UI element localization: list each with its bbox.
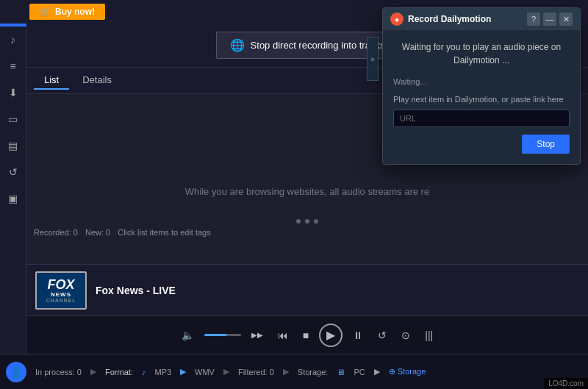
stop-icon: ■ [303, 329, 309, 341]
play-button[interactable]: ▶ [319, 324, 343, 347]
lo4d-watermark: LO4D.com [544, 378, 588, 389]
pc-icon: 🖥 [337, 368, 345, 376]
dialog-body: Waiting for you to play an audio piece o… [383, 30, 580, 164]
monitor-icon: ▭ [8, 113, 18, 125]
sep-2: ▶ [223, 367, 229, 376]
buy-now-button[interactable]: 🛒 Buy now! [29, 4, 105, 20]
pause-button[interactable]: ⏸ [348, 326, 368, 344]
new-label: New: 0 [85, 228, 110, 237]
sidebar-icon-download[interactable]: ⬇ [0, 79, 26, 106]
globe-icon: 🌐 [230, 38, 245, 52]
dialog-status: Waiting... [393, 77, 570, 86]
film-icon: ▤ [8, 140, 18, 151]
chevron-right-icon: » [370, 55, 375, 63]
dialog-record-icon: ● [390, 13, 404, 26]
fox-logo-channel-text: CHANNEL [46, 298, 76, 303]
dialog-title: Record Dailymotion [408, 14, 523, 24]
tab-list[interactable]: List [34, 71, 69, 90]
user-icon[interactable]: 👤 [6, 362, 26, 382]
filtered-label: Filtered: 0 [238, 368, 274, 376]
pause-icon: ⏸ [353, 329, 363, 341]
dialog-close-button[interactable]: ✕ [559, 13, 573, 26]
tab-details-label: Details [82, 74, 112, 85]
loop-button[interactable]: ⊙ [397, 326, 415, 344]
stop-record-label: Stop direct recording into tracks [251, 40, 385, 51]
list-status: Recorded: 0 New: 0 Click list items to e… [34, 228, 211, 237]
repeat-button[interactable]: ↺ [373, 326, 391, 344]
play-icon: ▶ [326, 328, 335, 342]
mp3-icon: ♪ [142, 368, 146, 376]
prev-button[interactable]: ⏮ [273, 326, 293, 344]
status-bar: 👤 In process: 0 ▶ Format: ♪ MP3 ▶ WMV ▶ … [0, 354, 588, 389]
prev-icon: ⏮ [278, 329, 288, 341]
sep-3: ▶ [283, 367, 289, 376]
music-icon: ♪ [10, 34, 15, 46]
box-icon: ▣ [8, 193, 18, 204]
recorded-label: Recorded: 0 [34, 228, 78, 237]
dot-2 [305, 219, 309, 224]
format-label: Format: [105, 368, 133, 376]
wmv-icon: ▶ [180, 367, 186, 376]
sep-4: ▶ [374, 367, 380, 376]
volume-slider[interactable] [204, 334, 241, 336]
in-process-label: In process: 0 [35, 368, 82, 376]
document-icon: ≡ [10, 60, 15, 72]
sep-1: ▶ [90, 367, 96, 376]
dialog-help-button[interactable]: ? [527, 13, 540, 26]
wmv-label: WMV [195, 368, 215, 376]
player-bar: 🔈 ▶▶ ⏮ ■ ▶ ⏸ ↺ ⊙ ||| [26, 315, 588, 354]
dialog-minimize-button[interactable]: — [543, 13, 556, 26]
storage-link[interactable]: ⊕ Storage [389, 367, 426, 376]
dialog-message: Waiting for you to play an audio piece o… [393, 40, 570, 67]
expand-panel-button[interactable]: » [367, 37, 379, 81]
mp3-label: MP3 [154, 368, 171, 376]
sidebar-icon-film[interactable]: ▤ [0, 132, 26, 159]
stop-button[interactable]: ■ [298, 326, 313, 344]
sidebar-icon-music[interactable]: ♪ [0, 26, 26, 53]
fox-logo-fox-text: FOX [47, 278, 74, 291]
dialog-stop-button[interactable]: Stop [522, 135, 570, 154]
click-hint-label: Click list items to edit tags [118, 228, 211, 237]
speed-button[interactable]: ▶▶ [247, 328, 268, 342]
volume-icon: 🔈 [182, 329, 194, 341]
sync-icon: ↺ [9, 166, 18, 178]
plus-icon: ⊕ [389, 367, 395, 376]
cart-icon: 🛒 [40, 7, 51, 17]
download-icon: ⬇ [9, 87, 18, 99]
volume-button[interactable]: 🔈 [177, 326, 198, 344]
buy-now-label: Buy now! [55, 7, 95, 17]
eq-icon: ||| [425, 329, 433, 341]
tab-list-label: List [44, 74, 59, 85]
fox-logo-news-text: NEWS [51, 291, 71, 298]
dialog-footer: Stop [393, 135, 570, 157]
pc-label: PC [354, 368, 365, 376]
speed-icon: ▶▶ [251, 331, 263, 339]
fox-news-title: Fox News - LIVE [96, 285, 176, 296]
eq-button[interactable]: ||| [420, 326, 437, 344]
fox-news-item[interactable]: FOX NEWS CHANNEL Fox News - LIVE [26, 264, 588, 315]
browse-text: While you are browsing websites, all aud… [185, 186, 429, 197]
dot-3 [314, 219, 318, 224]
dialog-play-hint: Play next item in Dailymotion, or paste … [393, 95, 570, 104]
dialog-controls: ? — ✕ [527, 13, 573, 26]
record-dialog: ● Record Dailymotion ? — ✕ Waiting for y… [382, 7, 581, 165]
sidebar-icon-sync[interactable]: ↺ [0, 159, 26, 185]
dot-1 [296, 219, 301, 224]
dialog-titlebar: ● Record Dailymotion ? — ✕ [383, 8, 580, 30]
sidebar-icon-monitor[interactable]: ▭ [0, 106, 26, 132]
repeat-icon: ↺ [378, 329, 387, 341]
storage-label: Storage: [298, 368, 329, 376]
loop-icon: ⊙ [401, 329, 410, 341]
tab-details[interactable]: Details [72, 71, 122, 90]
sidebar-icon-document[interactable]: ≡ [0, 53, 26, 79]
sidebar-icon-box[interactable]: ▣ [0, 185, 26, 212]
fox-logo: FOX NEWS CHANNEL [35, 271, 87, 310]
dots-row [296, 219, 318, 224]
sidebar: ⌂ ♪ ≡ ⬇ ▭ ▤ ↺ ▣ [0, 0, 26, 353]
dialog-url-input[interactable] [393, 110, 570, 127]
